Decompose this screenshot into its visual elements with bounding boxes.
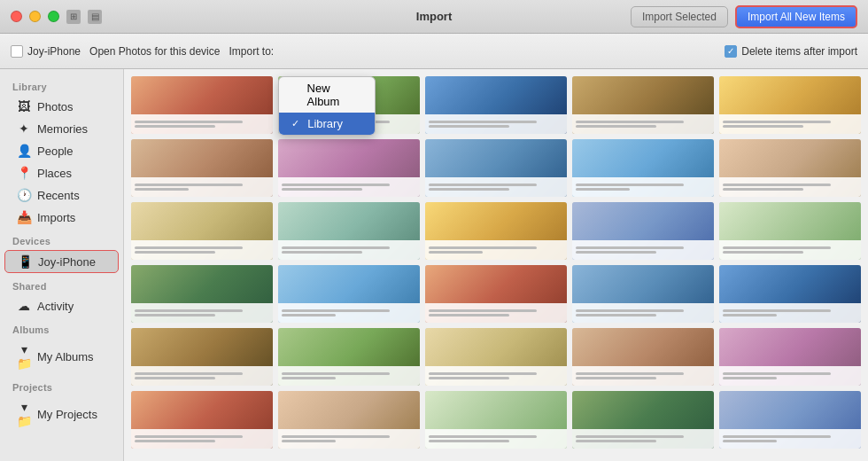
photo-info: [425, 303, 567, 323]
photo-line: [723, 377, 777, 379]
photo-cell[interactable]: [278, 202, 420, 260]
photo-line: [723, 314, 777, 316]
device-checkbox[interactable]: [11, 45, 23, 58]
photo-line: [723, 188, 803, 191]
shared-section-label: Shared: [0, 274, 123, 294]
delete-label: Delete items after import: [741, 45, 857, 58]
people-icon: 👤: [17, 144, 31, 158]
photo-line: [282, 440, 336, 442]
photo-cell[interactable]: [131, 391, 273, 449]
my-albums-label: My Albums: [37, 350, 94, 363]
photo-cell[interactable]: [278, 391, 420, 449]
activity-label: Activity: [37, 300, 74, 313]
photo-cell[interactable]: [425, 391, 567, 449]
photo-info: [425, 366, 567, 386]
photo-info: [278, 177, 420, 197]
open-photos-label[interactable]: Open Photos for this device: [89, 45, 220, 58]
photo-info: [131, 429, 273, 449]
import-selected-button[interactable]: Import Selected: [631, 6, 728, 27]
photo-info: [131, 114, 273, 134]
photo-cell[interactable]: [572, 391, 714, 449]
photo-cell[interactable]: [278, 265, 420, 323]
photo-cell[interactable]: [131, 202, 273, 260]
sidebar-item-my-projects[interactable]: ▾📁 My Projects: [4, 396, 119, 432]
main-content: Library 🖼 Photos ✦ Memories 👤 People 📍 P…: [0, 69, 868, 461]
delete-after-import-area[interactable]: ✓ Delete items after import: [725, 45, 857, 58]
photo-cell[interactable]: [131, 76, 273, 134]
photo-cell[interactable]: [719, 328, 861, 386]
photo-info: [572, 114, 714, 134]
delete-checkbox[interactable]: ✓: [725, 45, 737, 58]
photo-cell[interactable]: [131, 328, 273, 386]
photo-line: [576, 440, 656, 442]
photo-line: [429, 246, 537, 249]
photos-label: Photos: [37, 100, 73, 113]
photo-cell[interactable]: [278, 139, 420, 197]
toolbar: Joy-iPhone Open Photos for this device I…: [0, 34, 868, 69]
photo-row: [131, 139, 861, 197]
my-projects-label: My Projects: [37, 408, 97, 421]
photo-cell[interactable]: [278, 328, 420, 386]
photo-line: [723, 121, 831, 123]
activity-icon: ☁: [17, 299, 31, 313]
new-album-label: New Album: [307, 82, 363, 108]
photo-line: [429, 188, 509, 191]
photo-cell[interactable]: [425, 265, 567, 323]
photo-line: [429, 377, 509, 379]
photo-line: [576, 314, 656, 316]
photo-cell[interactable]: [572, 76, 714, 134]
photo-cell[interactable]: [572, 139, 714, 197]
photo-cell[interactable]: [719, 391, 861, 449]
photo-grid: [124, 69, 868, 461]
photo-line: [135, 435, 243, 438]
sidebar-item-joy-iphone[interactable]: 📱 Joy-iPhone: [4, 250, 119, 273]
toolbar-right: ✓ Delete items after import: [725, 45, 857, 58]
photo-cell[interactable]: [719, 265, 861, 323]
photo-line: [282, 435, 390, 438]
minimize-button[interactable]: [29, 11, 41, 22]
sidebar-item-memories[interactable]: ✦ Memories: [4, 118, 119, 139]
photo-info: [131, 303, 273, 323]
photo-cell[interactable]: [131, 139, 273, 197]
photo-cell[interactable]: [425, 328, 567, 386]
places-label: Places: [37, 167, 72, 180]
maximize-button[interactable]: [48, 11, 59, 22]
photo-cell[interactable]: [425, 202, 567, 260]
library-option[interactable]: ✓ Library: [279, 113, 375, 135]
photo-cell[interactable]: [572, 265, 714, 323]
sidebar-item-places[interactable]: 📍 Places: [4, 162, 119, 184]
photo-cell[interactable]: [572, 202, 714, 260]
device-label: Joy-iPhone: [11, 45, 81, 58]
photo-line: [576, 251, 656, 254]
photo-cell[interactable]: [719, 202, 861, 260]
photo-line: [576, 125, 656, 128]
photo-line: [576, 184, 684, 186]
photo-line: [576, 121, 684, 123]
traffic-lights: [11, 11, 59, 22]
photo-cell[interactable]: [425, 139, 567, 197]
new-album-option[interactable]: New Album: [279, 77, 375, 113]
photo-cell[interactable]: [131, 265, 273, 323]
photo-cell[interactable]: [572, 328, 714, 386]
photo-cell[interactable]: [425, 76, 567, 134]
import-all-button[interactable]: Import All New Items: [735, 5, 857, 28]
photo-line: [576, 246, 684, 249]
sidebar-item-photos[interactable]: 🖼 Photos: [4, 96, 119, 117]
sidebar-item-imports[interactable]: 📥 Imports: [4, 207, 119, 228]
import-to-label: Import to:: [229, 45, 274, 58]
photo-cell[interactable]: [719, 139, 861, 197]
photo-info: [719, 429, 861, 449]
sidebar-item-activity[interactable]: ☁ Activity: [4, 295, 119, 316]
photo-line: [135, 372, 243, 375]
photo-info: [572, 429, 714, 449]
sidebar-item-people[interactable]: 👤 People: [4, 140, 119, 161]
sidebar-item-my-albums[interactable]: ▾📁 My Albums: [4, 339, 119, 374]
close-button[interactable]: [11, 11, 22, 22]
library-label: Library: [307, 117, 343, 130]
photo-cell[interactable]: [719, 76, 861, 134]
sidebar-item-recents[interactable]: 🕐 Recents: [4, 184, 119, 206]
recents-icon: 🕐: [17, 188, 31, 202]
photo-info: [719, 114, 861, 134]
photo-info: [572, 366, 714, 386]
photo-info: [278, 240, 420, 260]
